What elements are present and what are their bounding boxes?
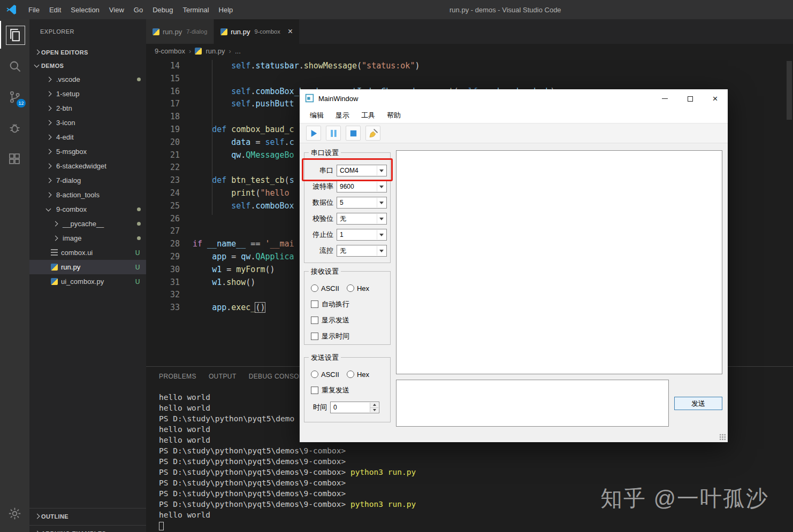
radio-label: ASCII	[321, 284, 339, 292]
menu-go[interactable]: Go	[129, 6, 148, 14]
chevron-right-icon	[51, 220, 59, 228]
send-button[interactable]: 发送	[674, 397, 722, 410]
source-control-icon[interactable]: 12	[0, 81, 29, 112]
breadcrumb-item[interactable]: 9-combox	[155, 47, 185, 55]
checkbox-显示时间[interactable]	[311, 333, 318, 340]
combobox-数据位[interactable]: 5	[337, 197, 387, 209]
panel-tab-debug-console[interactable]: DEBUG CONSOLE	[249, 373, 308, 380]
tree-item-2-btn[interactable]: 2-btn	[29, 101, 146, 115]
open-editors-section[interactable]: OPEN EDITORS	[29, 45, 146, 59]
menu-help[interactable]: Help	[214, 6, 238, 14]
combobox-波特率[interactable]: 9600	[337, 181, 387, 192]
section-label: OUTLINE	[41, 513, 68, 520]
tree-item-7-dialog[interactable]: 7-dialog	[29, 173, 146, 188]
radio-ascii[interactable]	[311, 284, 318, 292]
tree-item-__pycache__[interactable]: __pycache__	[29, 217, 146, 231]
modified-dot	[137, 207, 141, 211]
extensions-icon[interactable]	[0, 143, 29, 174]
code-text: w1.show()	[193, 276, 255, 289]
menu-terminal[interactable]: Terminal	[178, 6, 214, 14]
tree-item-label: 2-btn	[56, 104, 72, 112]
combo-value: 无	[340, 214, 346, 223]
radio-hex[interactable]	[347, 284, 354, 292]
combobox-串口[interactable]: COM4	[337, 165, 387, 176]
app-menu-显示[interactable]: 显示	[330, 111, 355, 120]
tree-item-8-action_tools[interactable]: 8-action_tools	[29, 188, 146, 202]
tree-item-image[interactable]: image	[29, 231, 146, 245]
code-line: 14 self.statusbar.showMessage("status:ok…	[146, 60, 793, 73]
menu-debug[interactable]: Debug	[148, 6, 178, 14]
arduino-examples-section[interactable]: ARDUINO EXAMPLES	[29, 525, 146, 532]
stop-icon	[348, 128, 359, 139]
chevron-down-icon	[44, 205, 53, 214]
close-icon[interactable]: ×	[288, 27, 293, 36]
tree-item-ui_combox.py[interactable]: ui_combox.pyU	[29, 274, 146, 289]
demos-section[interactable]: DEMOS	[29, 59, 146, 72]
panel-tab-problems[interactable]: PROBLEMS	[159, 373, 196, 380]
checkbox-重复发送[interactable]	[311, 387, 318, 394]
editor-scrollbar[interactable]	[787, 61, 792, 120]
radio-ascii[interactable]	[311, 371, 318, 378]
radio-label: Hex	[357, 371, 369, 379]
checkbox-row: 自动换行	[311, 299, 387, 309]
run-button[interactable]	[306, 126, 321, 141]
tree-item-3-icon[interactable]: 3-icon	[29, 115, 146, 130]
settings-gear-icon[interactable]	[0, 498, 29, 529]
tree-item-run.py[interactable]: run.pyU	[29, 260, 146, 274]
combobox-校验位[interactable]: 无	[337, 213, 387, 225]
maximize-button[interactable]	[677, 89, 703, 108]
line-number: 18	[146, 111, 193, 124]
ui-file-icon	[51, 249, 58, 256]
spin-down-icon[interactable]	[370, 407, 378, 413]
stop-button[interactable]	[346, 126, 361, 141]
outline-section[interactable]: OUTLINE	[29, 508, 146, 524]
tree-item-4-edit[interactable]: 4-edit	[29, 130, 146, 144]
menu-edit[interactable]: Edit	[44, 6, 66, 14]
time-spinbox[interactable]: 0	[330, 402, 379, 413]
send-text-area[interactable]	[396, 380, 669, 427]
terminal-line: PS D:\study\python\pyqt5\demos\9-combox>	[159, 445, 793, 456]
app-menu-帮助[interactable]: 帮助	[381, 111, 407, 120]
clear-button[interactable]	[365, 126, 380, 141]
editor-tab-9-combox[interactable]: run.py9-combox×	[214, 19, 300, 44]
chevron-down-icon	[377, 214, 386, 223]
python-file-icon	[51, 264, 58, 271]
explorer-icon[interactable]	[0, 19, 29, 50]
app-menu-编辑[interactable]: 编辑	[304, 111, 330, 120]
mainwindow-titlebar[interactable]: MainWindow ×	[300, 89, 728, 108]
panel-tab-output[interactable]: OUTPUT	[209, 373, 237, 380]
tree-item-combox.ui[interactable]: combox.uiU	[29, 245, 146, 260]
pause-button[interactable]	[326, 126, 341, 141]
tree-item-5-msgbox[interactable]: 5-msgbox	[29, 144, 146, 159]
editor-tab-7-dialog[interactable]: run.py7-dialog	[146, 19, 214, 44]
tree-item-1-setup[interactable]: 1-setup	[29, 87, 146, 101]
menu-selection[interactable]: Selection	[66, 6, 104, 14]
breadcrumb-item[interactable]: ...	[235, 47, 241, 55]
code-text: if __name__ == '__mai	[193, 238, 294, 251]
combobox-流控[interactable]: 无	[337, 245, 387, 257]
checkbox-显示发送[interactable]	[311, 317, 318, 324]
radio-row: ASCIIHex	[311, 283, 387, 293]
debug-icon[interactable]	[0, 112, 29, 143]
radio-hex[interactable]	[347, 371, 354, 378]
chevron-right-icon	[44, 176, 53, 185]
minimize-button[interactable]	[652, 89, 677, 108]
tree-item-.vscode[interactable]: .vscode	[29, 72, 146, 87]
resize-grip[interactable]	[719, 434, 726, 441]
tree-item-label: run.py	[61, 263, 80, 271]
spin-up-icon[interactable]	[370, 403, 378, 407]
activity-bar: 12	[0, 19, 29, 532]
checkbox-自动换行[interactable]	[311, 300, 318, 308]
combobox-停止位[interactable]: 1	[337, 229, 387, 241]
receive-text-area[interactable]	[396, 150, 722, 374]
app-menu-工具[interactable]: 工具	[355, 111, 381, 120]
menu-view[interactable]: View	[104, 6, 129, 14]
menu-file[interactable]: File	[24, 6, 44, 14]
breadcrumb-item[interactable]: run.py	[205, 47, 225, 55]
tree-item-6-stackedwidget[interactable]: 6-stackedwidget	[29, 159, 146, 173]
breadcrumb-separator: ›	[229, 47, 231, 55]
close-button[interactable]: ×	[703, 89, 728, 108]
field-label: 流控	[308, 246, 333, 256]
tree-item-9-combox[interactable]: 9-combox	[29, 202, 146, 217]
search-icon[interactable]	[0, 50, 29, 81]
